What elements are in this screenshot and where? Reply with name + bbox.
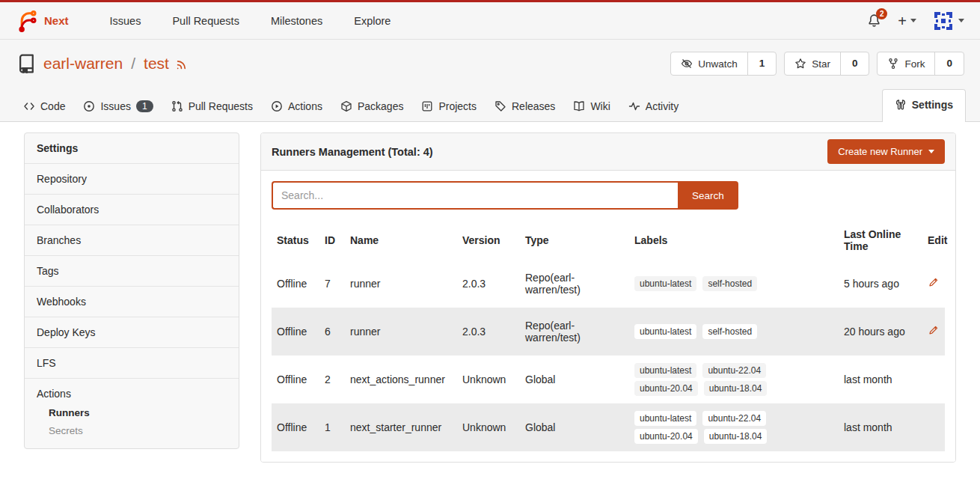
edit-pencil-icon[interactable] bbox=[928, 325, 939, 336]
repo-title: earl-warren / test bbox=[16, 53, 189, 74]
tab-pull-requests[interactable]: Pull Requests bbox=[162, 91, 262, 122]
search-bar: Search bbox=[272, 181, 945, 210]
tab-releases[interactable]: Releases bbox=[486, 91, 564, 122]
sidebar-item-runners[interactable]: Runners bbox=[49, 407, 227, 418]
watchers-count[interactable]: 1 bbox=[747, 52, 777, 75]
cell-edit bbox=[922, 403, 945, 451]
repo-separator: / bbox=[131, 55, 135, 73]
table-head: Status ID Name Version Type Labels Last … bbox=[272, 221, 945, 260]
repo-tabbar: Code Issues 1 Pull Requests Actions bbox=[0, 89, 980, 122]
tab-issues[interactable]: Issues 1 bbox=[74, 91, 162, 122]
stars-count[interactable]: 0 bbox=[840, 52, 869, 75]
sidebar-item-actions[interactable]: Actions bbox=[37, 388, 227, 400]
issues-count-badge: 1 bbox=[136, 100, 153, 112]
cell-edit bbox=[922, 356, 945, 403]
tab-packages[interactable]: Packages bbox=[331, 91, 412, 122]
fork-button[interactable]: Fork bbox=[878, 52, 934, 75]
fork-button-group: Fork 0 bbox=[877, 52, 964, 76]
navbar-item-pull-requests[interactable]: Pull Requests bbox=[156, 7, 254, 34]
cell-name: runner bbox=[345, 308, 457, 356]
user-menu-button[interactable] bbox=[933, 10, 964, 31]
navbar-item-explore[interactable]: Explore bbox=[338, 7, 406, 34]
fork-icon bbox=[887, 58, 899, 70]
cell-name: next_starter_runner bbox=[345, 403, 457, 451]
cell-id: 6 bbox=[319, 308, 345, 356]
unwatch-button[interactable]: Unwatch bbox=[671, 52, 747, 75]
sidebar-item-deploy-keys[interactable]: Deploy Keys bbox=[25, 317, 239, 347]
search-button[interactable]: Search bbox=[678, 181, 738, 210]
star-icon bbox=[794, 58, 806, 70]
notifications-button[interactable]: 2 bbox=[867, 13, 881, 28]
rss-icon[interactable] bbox=[176, 58, 189, 70]
table-body: Offline 7 runner 2.0.3 Repo(earl-warren/… bbox=[272, 260, 945, 451]
star-button-group: Star 0 bbox=[784, 52, 869, 76]
forks-count[interactable]: 0 bbox=[934, 52, 964, 75]
create-runner-button[interactable]: Create new Runner bbox=[827, 139, 945, 164]
cell-last-online: 20 hours ago bbox=[839, 308, 922, 356]
sidebar-item-lfs[interactable]: LFS bbox=[25, 347, 239, 378]
cell-id: 1 bbox=[319, 403, 345, 451]
sidebar-item-tags[interactable]: Tags bbox=[25, 255, 239, 286]
tab-wiki[interactable]: Wiki bbox=[564, 91, 619, 122]
tab-actions[interactable]: Actions bbox=[262, 91, 331, 122]
fork-label: Fork bbox=[904, 58, 925, 70]
create-menu-button[interactable]: + bbox=[898, 13, 916, 28]
navbar-links: Issues Pull Requests Milestones Explore bbox=[94, 7, 407, 34]
table-header-row: Status ID Name Version Type Labels Last … bbox=[272, 221, 945, 260]
cell-name: next_actions_runner bbox=[345, 356, 457, 403]
star-button[interactable]: Star bbox=[785, 52, 840, 75]
instance-name: Next bbox=[44, 14, 69, 27]
sidebar-group-actions: Actions Runners Secrets bbox=[25, 378, 239, 448]
book-icon bbox=[573, 100, 585, 112]
forgejo-logo-link[interactable]: Next bbox=[16, 10, 69, 32]
sidebar-actions-subitems: Runners Secrets bbox=[37, 407, 227, 436]
chevron-down-icon bbox=[928, 150, 934, 153]
header-edit: Edit bbox=[922, 221, 945, 260]
tab-activity[interactable]: Activity bbox=[619, 91, 687, 122]
label-chip: ubuntu-18.04 bbox=[704, 429, 768, 444]
panel-body: Search Status ID Name Version Type bbox=[261, 171, 955, 462]
search-input[interactable] bbox=[272, 181, 678, 210]
repo-icon bbox=[16, 53, 37, 74]
repo-owner-link[interactable]: earl-warren bbox=[43, 55, 123, 73]
sidebar-item-settings[interactable]: Settings bbox=[25, 133, 239, 163]
panel-title: Runners Management (Total: 4) bbox=[272, 146, 433, 158]
cell-status: Offline bbox=[272, 260, 319, 308]
table-row: Offline 6 runner 2.0.3 Repo(earl-warren/… bbox=[272, 308, 945, 356]
tools-icon bbox=[895, 99, 907, 111]
tab-projects[interactable]: Projects bbox=[412, 91, 486, 122]
sidebar-item-collaborators[interactable]: Collaborators bbox=[25, 194, 239, 225]
header-id: ID bbox=[319, 221, 345, 260]
sidebar-item-secrets[interactable]: Secrets bbox=[49, 425, 227, 436]
notification-count-badge: 2 bbox=[876, 8, 887, 19]
cell-type: Global bbox=[520, 403, 629, 451]
tab-pull-requests-label: Pull Requests bbox=[189, 100, 253, 112]
tab-wiki-label: Wiki bbox=[590, 100, 610, 112]
panel-header: Runners Management (Total: 4) Create new… bbox=[261, 133, 955, 171]
navbar-item-milestones[interactable]: Milestones bbox=[255, 7, 338, 34]
cell-version: Unknown bbox=[457, 356, 520, 403]
cell-status: Offline bbox=[272, 356, 319, 403]
cell-labels: ubuntu-latest ubuntu-22.04 ubuntu-20.04 … bbox=[629, 356, 839, 403]
repo-name-link[interactable]: test bbox=[144, 55, 169, 73]
navbar-item-issues[interactable]: Issues bbox=[94, 7, 157, 34]
watch-button-group: Unwatch 1 bbox=[670, 52, 777, 76]
edit-pencil-icon[interactable] bbox=[928, 277, 939, 288]
project-board-icon bbox=[421, 100, 433, 112]
tab-releases-label: Releases bbox=[512, 100, 555, 112]
plus-icon: + bbox=[898, 13, 907, 28]
top-navbar: Next Issues Pull Requests Milestones Exp… bbox=[0, 2, 980, 40]
cell-name: runner bbox=[345, 260, 457, 308]
tab-settings[interactable]: Settings bbox=[882, 89, 966, 122]
sidebar-item-webhooks[interactable]: Webhooks bbox=[25, 286, 239, 317]
tag-icon bbox=[494, 100, 506, 112]
table-row: Offline 2 next_actions_runner Unknown Gl… bbox=[272, 356, 945, 403]
sidebar-item-repository[interactable]: Repository bbox=[25, 163, 239, 194]
cell-type: Repo(earl-warren/test) bbox=[520, 260, 629, 308]
label-chip: ubuntu-latest bbox=[634, 276, 696, 291]
tab-code[interactable]: Code bbox=[14, 91, 74, 122]
settings-sidebar: Settings Repository Collaborators Branch… bbox=[24, 132, 239, 449]
cell-id: 7 bbox=[319, 260, 345, 308]
sidebar-item-branches[interactable]: Branches bbox=[25, 225, 239, 255]
tab-actions-label: Actions bbox=[288, 100, 322, 112]
